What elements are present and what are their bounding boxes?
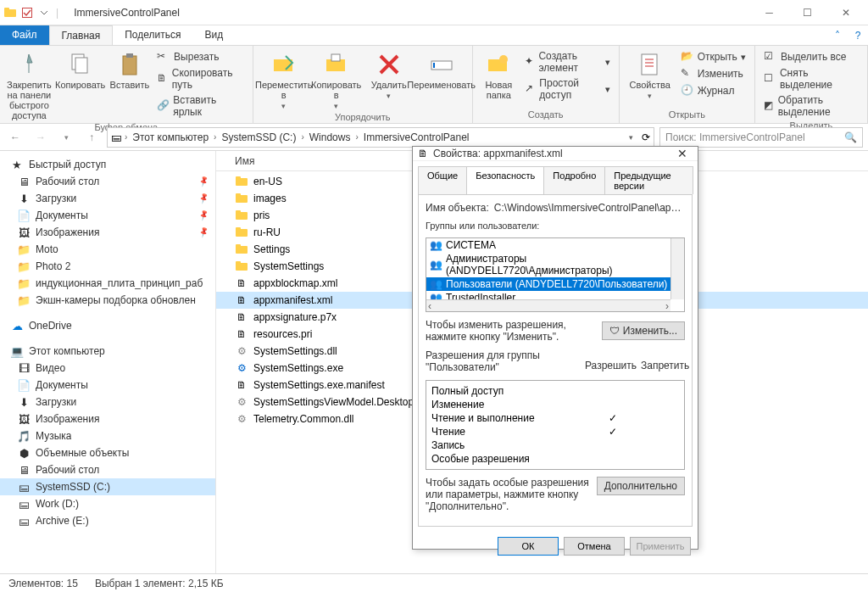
dialog-close-button[interactable]: ✕ xyxy=(672,147,693,160)
back-button[interactable]: ← xyxy=(5,127,25,148)
maximize-button[interactable]: ☐ xyxy=(788,1,826,25)
edit-icon: ✎ xyxy=(681,67,694,81)
nav-item[interactable]: 🖴Work (D:) xyxy=(0,495,215,512)
nav-item[interactable]: ⬢Объемные объекты xyxy=(0,444,215,461)
close-button[interactable]: ✕ xyxy=(826,1,865,25)
invert-button[interactable]: ◩Обратить выделение xyxy=(762,93,860,119)
easyaccess-button[interactable]: ↗Простой доступ ▾ xyxy=(523,76,612,102)
ok-button[interactable]: ОК xyxy=(498,537,559,556)
nav-item[interactable]: 📁Экшн-камеры подборка обновлен xyxy=(0,292,215,309)
folder-icon: 📁 xyxy=(17,293,31,307)
scrollbar[interactable] xyxy=(670,238,684,299)
nav-item[interactable]: 🖥Рабочий стол xyxy=(0,461,215,478)
file-icon: 🗎 xyxy=(418,148,428,159)
shortcut-icon: 🔗 xyxy=(157,99,170,113)
selectall-button[interactable]: ☑Выделить все xyxy=(762,49,860,64)
nav-item[interactable]: 🖴SystemSSD (C:) xyxy=(0,478,215,495)
nav-item[interactable]: ⬇Загрузки xyxy=(0,394,215,410)
nav-item[interactable]: 🎞Видео xyxy=(0,360,215,377)
address-bar[interactable]: 🖴 › Этот компьютер› SystemSSD (C:)› Wind… xyxy=(107,127,654,148)
navigation-pane[interactable]: ★Быстрый доступ🖥Рабочий стол⬇Загрузки📄До… xyxy=(0,151,216,573)
advanced-button[interactable]: Дополнительно xyxy=(597,477,685,495)
edit-permissions-button[interactable]: 🛡 Изменить... xyxy=(602,321,685,340)
svg-rect-20 xyxy=(236,210,241,214)
nav-item[interactable]: 📁индукционная_плита_принцип_раб xyxy=(0,275,215,292)
nav-thispc[interactable]: 💻Этот компьютер xyxy=(0,343,215,360)
svg-rect-26 xyxy=(236,261,241,265)
nav-onedrive[interactable]: ☁OneDrive xyxy=(0,317,215,334)
svg-rect-18 xyxy=(236,193,241,197)
tab-file[interactable]: Файл xyxy=(0,25,49,45)
qat-dropdown-icon[interactable] xyxy=(37,6,51,20)
copy-button[interactable]: Копировать xyxy=(57,49,104,90)
forward-button[interactable]: → xyxy=(31,127,51,148)
dialog-tab-general[interactable]: Общие xyxy=(418,166,467,194)
nav-item[interactable]: 🖼Изображения xyxy=(0,410,215,427)
group-item[interactable]: 👥Администраторы (ANDYDELL7720\Администра… xyxy=(426,252,684,277)
ribbon-collapse-icon[interactable]: ˄ xyxy=(827,25,848,45)
nav-item[interactable]: 🖼Изображения xyxy=(0,224,215,241)
open-icon: 📂 xyxy=(681,50,694,64)
breadcrumb[interactable]: Windows xyxy=(308,131,353,143)
nav-item[interactable]: 🖥Рабочий стол xyxy=(0,173,215,190)
pictures-icon: 🖼 xyxy=(17,412,31,426)
search-input[interactable]: Поиск: ImmersiveControlPanel 🔍 xyxy=(659,127,863,148)
qat-checkbox-icon[interactable] xyxy=(20,6,34,20)
breadcrumb[interactable]: SystemSSD (C:) xyxy=(220,131,298,143)
properties-button[interactable]: Свойства▾ xyxy=(626,49,674,100)
nav-item[interactable]: 🎵Музыка xyxy=(0,427,215,444)
tab-view[interactable]: Вид xyxy=(192,25,235,45)
paste-button[interactable]: Вставить xyxy=(109,49,150,90)
ribbon-tabs: Файл Главная Поделиться Вид ˄ ? xyxy=(0,25,868,46)
cloud-icon: ☁ xyxy=(10,319,24,332)
nav-item[interactable]: 📄Документы xyxy=(0,377,215,394)
newfolder-button[interactable]: Новая папка xyxy=(480,49,518,100)
up-button[interactable]: ↑ xyxy=(81,127,102,148)
dialog-tab-previous[interactable]: Предыдущие версии xyxy=(604,166,693,194)
svg-rect-1 xyxy=(4,8,9,11)
tab-home[interactable]: Главная xyxy=(49,25,114,45)
dialog-tab-security[interactable]: Безопасность xyxy=(466,166,544,194)
nav-item[interactable]: ⬇Загрузки xyxy=(0,190,215,207)
scissors-icon: ✂ xyxy=(157,50,170,64)
nav-item[interactable]: 📁Moto xyxy=(0,241,215,258)
dialog-tab-details[interactable]: Подробно xyxy=(543,166,605,194)
delete-button[interactable]: Удалить▾ xyxy=(365,49,413,100)
newitem-button[interactable]: ✦Создать элемент ▾ xyxy=(523,49,612,75)
breadcrumb[interactable]: ImmersiveControlPanel xyxy=(362,131,471,143)
folder-icon xyxy=(235,260,248,273)
groups-listbox[interactable]: 👥СИСТЕМА👥Администраторы (ANDYDELL7720\Ад… xyxy=(426,237,685,312)
addressbar-dropdown-icon[interactable]: ▾ xyxy=(629,133,633,142)
folder-icon xyxy=(235,226,248,239)
moveto-button[interactable]: Переместить в▾ xyxy=(260,49,308,110)
refresh-icon[interactable]: ⟳ xyxy=(642,131,650,143)
copypath-button[interactable]: 🗎Скопировать путь xyxy=(155,66,246,92)
open-button[interactable]: 📂Открыть ▾ xyxy=(679,49,748,64)
tab-share[interactable]: Поделиться xyxy=(113,25,192,45)
apply-button[interactable]: Применить xyxy=(630,537,691,556)
rename-button[interactable]: Переименовать xyxy=(418,49,465,90)
paste-icon xyxy=(116,51,143,78)
history-button[interactable]: 🕘Журнал xyxy=(679,83,748,98)
recent-dropdown[interactable]: ▾ xyxy=(56,127,76,148)
copyto-button[interactable]: Копировать в▾ xyxy=(313,49,360,110)
scrollbar-horizontal[interactable]: ‹› xyxy=(426,299,670,311)
group-item[interactable]: 👥Пользователи (ANDYDELL7720\Пользователи… xyxy=(426,277,684,291)
breadcrumb[interactable]: Этот компьютер xyxy=(131,131,210,143)
invert-icon: ◩ xyxy=(764,99,775,113)
pasteshortcut-button[interactable]: 🔗Вставить ярлык xyxy=(155,93,246,119)
edit-button[interactable]: ✎Изменить xyxy=(679,66,748,81)
cancel-button[interactable]: Отмена xyxy=(564,537,625,556)
folder-icon xyxy=(235,209,248,222)
cut-button[interactable]: ✂Вырезать xyxy=(155,49,246,64)
nav-quickaccess[interactable]: ★Быстрый доступ xyxy=(0,156,215,173)
dll-icon: ⚙ xyxy=(235,395,248,409)
group-item[interactable]: 👥СИСТЕМА xyxy=(426,238,684,252)
selectnone-button[interactable]: ☐Снять выделение xyxy=(762,66,860,92)
nav-item[interactable]: 📁Photo 2 xyxy=(0,258,215,275)
nav-item[interactable]: 🖴Archive (E:) xyxy=(0,512,215,529)
pin-quickaccess-button[interactable]: Закрепить на панели быстрого доступа xyxy=(7,49,52,120)
minimize-button[interactable]: ─ xyxy=(750,1,788,25)
nav-item[interactable]: 📄Документы xyxy=(0,207,215,224)
help-icon[interactable]: ? xyxy=(848,25,868,45)
